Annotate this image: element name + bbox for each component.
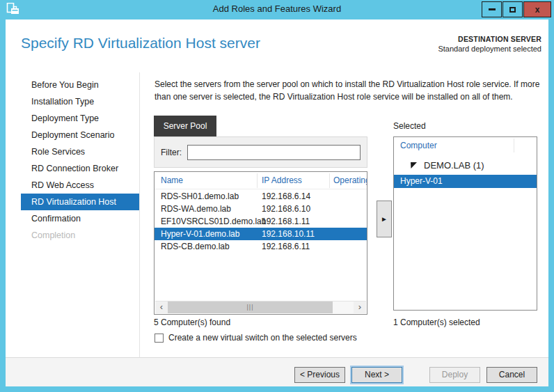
- wizard-steps-nav: Before You Begin Installation Type Deplo…: [21, 77, 139, 244]
- cancel-button[interactable]: Cancel: [486, 367, 537, 383]
- table-row-selected[interactable]: Hyper-V-01.demo.lab 192.168.10.11: [155, 228, 367, 240]
- minimize-button[interactable]: [482, 1, 502, 17]
- server-name: RDS-SH01.demo.lab: [161, 191, 239, 201]
- sidebar-item-rd-connection-broker[interactable]: RD Connection Broker: [21, 160, 139, 177]
- virtual-switch-label: Create a new virtual switch on the selec…: [168, 333, 357, 343]
- add-server-button[interactable]: ►: [377, 201, 392, 237]
- window-controls: x: [481, 1, 551, 17]
- server-name: RDS-CB.demo.lab: [161, 242, 230, 251]
- sidebar-item-confirmation[interactable]: Confirmation: [21, 210, 139, 227]
- table-row[interactable]: EF10VSRCLS01D.demo.lab 192.168.1.11: [155, 215, 367, 228]
- sidebar-item-before-you-begin[interactable]: Before You Begin: [21, 77, 139, 93]
- server-name: Hyper-V-01.demo.lab: [161, 229, 239, 239]
- selected-computers-list: Computer DEMO.LAB (1) Hyper-V-01: [393, 136, 537, 311]
- next-button[interactable]: Next >: [351, 367, 402, 383]
- page-title: Specify RD Virtualization Host server: [21, 35, 260, 52]
- tree-group-demo-lab[interactable]: DEMO.LAB (1): [394, 159, 537, 173]
- scroll-left-icon[interactable]: ‹: [155, 301, 168, 313]
- column-divider: [514, 139, 514, 152]
- column-header-operating-system[interactable]: Operating System: [333, 175, 367, 185]
- server-ip: 192.168.10.11: [262, 229, 315, 239]
- destination-server-value: Standard deployment selected: [438, 45, 541, 53]
- previous-button[interactable]: < Previous: [294, 367, 345, 383]
- title-bar: Add Roles and Features Wizard x: [0, 0, 554, 19]
- sidebar-item-role-services[interactable]: Role Services: [21, 143, 139, 160]
- tree-group-label: DEMO.LAB (1): [424, 160, 484, 171]
- destination-server-label: DESTINATION SERVER: [438, 35, 541, 43]
- virtual-switch-checkbox[interactable]: [155, 334, 164, 343]
- tab-server-pool[interactable]: Server Pool: [154, 116, 216, 136]
- filter-label: Filter:: [161, 148, 182, 157]
- horizontal-scrollbar[interactable]: ‹ ||| ›: [155, 301, 366, 313]
- server-ip: 192.168.6.14: [262, 191, 310, 201]
- table-row[interactable]: RDS-WA.demo.lab 192.168.6.10: [155, 203, 367, 215]
- close-icon: x: [535, 5, 540, 15]
- table-header-row: Name IP Address Operating System: [155, 172, 367, 189]
- column-divider: [257, 173, 258, 188]
- sidebar-item-installation-type[interactable]: Installation Type: [21, 93, 139, 110]
- selected-computer-item[interactable]: Hyper-V-01: [394, 175, 537, 188]
- virtual-switch-row: Create a new virtual switch on the selec…: [155, 333, 357, 343]
- sidebar-item-rd-virtualization-host[interactable]: RD Virtualization Host: [21, 194, 139, 210]
- sidebar-item-rd-web-access[interactable]: RD Web Access: [21, 177, 139, 194]
- server-pool-table: Name IP Address Operating System RDS-SH0…: [154, 171, 367, 315]
- scrollbar-grip-icon: |||: [246, 304, 253, 311]
- server-ip: 192.168.6.10: [262, 204, 310, 214]
- minimize-icon: [489, 8, 496, 10]
- tree-expanded-icon[interactable]: [411, 162, 417, 168]
- table-row[interactable]: RDS-CB.demo.lab 192.168.6.11: [155, 240, 367, 253]
- scroll-right-icon[interactable]: ›: [354, 301, 366, 313]
- arrow-right-icon: ►: [381, 215, 388, 223]
- destination-server-block: DESTINATION SERVER Standard deployment s…: [438, 35, 541, 53]
- selected-header-row: Computer: [394, 137, 537, 154]
- maximize-icon: [509, 7, 516, 13]
- table-row[interactable]: RDS-SH01.demo.lab 192.168.6.14: [155, 190, 367, 203]
- instruction-text: Select the servers from the server pool …: [155, 78, 541, 103]
- close-button[interactable]: x: [523, 1, 551, 17]
- sidebar-item-deployment-type[interactable]: Deployment Type: [21, 110, 139, 127]
- server-name: RDS-WA.demo.lab: [161, 204, 231, 214]
- wizard-window: Add Roles and Features Wizard x Specify …: [0, 0, 554, 392]
- column-header-name[interactable]: Name: [161, 175, 183, 185]
- footer-button-bar: < Previous Next > Deploy Cancel: [6, 358, 548, 386]
- column-header-computer[interactable]: Computer: [400, 141, 437, 150]
- column-divider: [329, 173, 330, 188]
- column-header-ip-address[interactable]: IP Address: [262, 175, 302, 185]
- scrollbar-thumb[interactable]: |||: [168, 301, 333, 313]
- maximize-button[interactable]: [502, 1, 523, 17]
- sidebar-item-deployment-scenario[interactable]: Deployment Scenario: [21, 127, 139, 143]
- server-name: EF10VSRCLS01D.demo.lab: [161, 217, 266, 226]
- sidebar-item-completion: Completion: [21, 227, 139, 244]
- selected-panel-label: Selected: [393, 121, 426, 131]
- filter-input[interactable]: [187, 145, 361, 160]
- computers-found-status: 5 Computer(s) found: [154, 317, 230, 327]
- deploy-button: Deploy: [429, 367, 480, 383]
- computers-selected-status: 1 Computer(s) selected: [393, 317, 480, 327]
- wizard-content: Specify RD Virtualization Host server DE…: [6, 19, 548, 386]
- server-ip: 192.168.1.11: [262, 217, 310, 226]
- server-ip: 192.168.6.11: [262, 242, 310, 251]
- filter-panel: Filter:: [154, 136, 367, 168]
- window-title: Add Roles and Features Wizard: [0, 3, 554, 14]
- sidebar-divider: [139, 72, 140, 357]
